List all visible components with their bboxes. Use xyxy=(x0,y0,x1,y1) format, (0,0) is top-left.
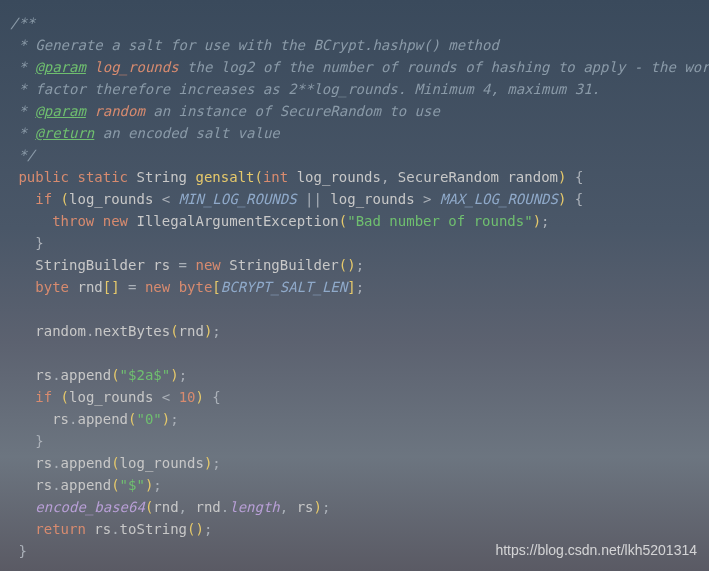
const-min-log-rounds: MIN_LOG_ROUNDS xyxy=(179,191,297,207)
type-string: String xyxy=(136,169,187,185)
javadoc-param-tag: @param xyxy=(35,103,86,119)
keyword-static: static xyxy=(77,169,128,185)
keyword-throw: throw xyxy=(52,213,94,229)
code-block: /** * Generate a salt for use with the B… xyxy=(10,12,699,562)
method-name: gensalt xyxy=(195,169,254,185)
const-bcrypt-salt-len: BCRYPT_SALT_LEN xyxy=(221,279,347,295)
javadoc-line: * @param log_rounds the log2 of the numb… xyxy=(10,59,709,75)
javadoc-param-tag: @param xyxy=(35,59,86,75)
javadoc-line: */ xyxy=(10,147,35,163)
javadoc-line: * factor therefore increases as 2**log_r… xyxy=(10,81,600,97)
string-literal: "0" xyxy=(136,411,161,427)
string-literal: "$" xyxy=(120,477,145,493)
const-max-log-rounds: MAX_LOG_ROUNDS xyxy=(440,191,558,207)
javadoc-line: * Generate a salt for use with the BCryp… xyxy=(10,37,499,53)
javadoc-return-tag: @return xyxy=(35,125,94,141)
number-literal: 10 xyxy=(179,389,196,405)
keyword-if: if xyxy=(35,191,52,207)
keyword-return: return xyxy=(35,521,86,537)
javadoc-line: /** xyxy=(10,15,35,31)
keyword-new: new xyxy=(103,213,128,229)
string-literal: "$2a$" xyxy=(120,367,171,383)
keyword-byte: byte xyxy=(35,279,69,295)
javadoc-line: * @return an encoded salt value xyxy=(10,125,280,141)
javadoc-line: * @param random an instance of SecureRan… xyxy=(10,103,440,119)
string-literal: "Bad number of rounds" xyxy=(347,213,532,229)
field-length: length xyxy=(229,499,280,515)
keyword-int: int xyxy=(263,169,288,185)
keyword-public: public xyxy=(18,169,69,185)
method-encode-base64: encode_base64 xyxy=(35,499,145,515)
watermark-text: https://blog.csdn.net/lkh5201314 xyxy=(495,539,697,561)
